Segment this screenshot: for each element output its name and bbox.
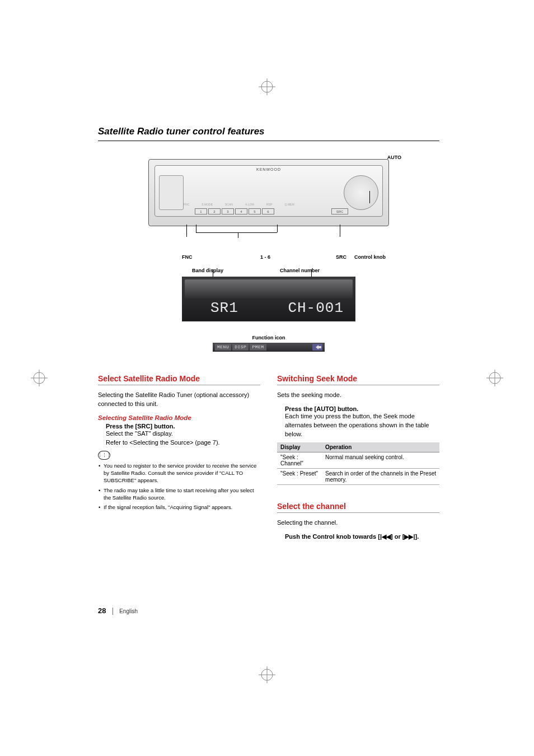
right-column: Switching Seek Mode Sets the seeking mod… — [277, 374, 439, 540]
crop-mark-right — [486, 370, 503, 386]
table-row: "Seek : Preset" Search in order of the c… — [277, 468, 439, 484]
stereo-face: KENWOOD FNC S.MODE SCAN A.LOW RDP Q.MEM … — [148, 159, 389, 226]
function-icon-bar: MENU DISP PMEM — [213, 343, 325, 352]
push-knob-step: Push the Control knob towards [|◀◀] or [… — [285, 533, 439, 540]
page-title: Satellite Radio tuner control features — [98, 126, 439, 141]
switching-seek-heading: Switching Seek Mode — [277, 374, 439, 385]
buttons-1-6-label: 1 - 6 — [260, 254, 270, 260]
control-knob-label: Control knob — [354, 254, 386, 260]
src-face-button: SRC — [331, 208, 348, 214]
src-label: SRC — [336, 254, 346, 260]
table-header-display: Display — [277, 442, 322, 452]
stereo-diagram: AUTO KENWOOD FNC S.MODE SCAN A.LOW RDP Q… — [148, 159, 389, 249]
brand-text: KENWOOD — [256, 167, 281, 171]
seek-mode-table: Display Operation "Seek : Channel" Norma… — [277, 442, 439, 485]
press-src-step: Press the [SRC] button. — [106, 423, 260, 430]
refer-page-7: Refer to <Selecting the Source> (page 7)… — [106, 438, 260, 447]
crop-mark-left — [31, 370, 48, 386]
notes-list: You need to register to the service prov… — [98, 462, 260, 511]
band-display-label: Band display — [192, 268, 223, 273]
display-panel: SR1 CH-001 — [182, 277, 355, 321]
channel-number-label: Channel number — [280, 268, 320, 273]
note-icon: ⋮⋮⋮ — [98, 451, 110, 460]
seek-mode-text: Each time you press the button, the Seek… — [285, 412, 439, 439]
note-item: If the signal reception fails, "Acquirin… — [98, 503, 260, 511]
display-band-value: SR1 — [210, 300, 238, 316]
function-icon-label: Function icon — [98, 335, 439, 340]
selecting-sat-mode-sub: Selecting Satellite Radio Mode — [98, 414, 260, 421]
note-item: You need to register to the service prov… — [98, 462, 260, 484]
display-channel-value: CH-001 — [288, 300, 344, 316]
func-icon-return — [312, 344, 322, 351]
footer-language: English — [119, 608, 138, 614]
page-footer: 28 English — [98, 606, 138, 615]
select-sat-mode-heading: Select Satellite Radio Mode — [98, 374, 260, 385]
crop-mark-top — [259, 78, 275, 95]
func-icon-menu: MENU — [215, 344, 231, 351]
next-track-icon: ▶▶| — [404, 533, 415, 540]
crop-mark-bottom — [259, 666, 275, 683]
control-knob-graphic — [344, 175, 378, 210]
func-icon-disp: DISP — [232, 344, 249, 351]
preset-buttons: 1 2 3 4 5 6 — [195, 208, 274, 214]
select-sat-mode-intro: Selecting the Satellite Radio Tuner (opt… — [98, 391, 260, 409]
select-channel-heading: Select the channel — [277, 502, 439, 513]
table-header-operation: Operation — [322, 442, 439, 452]
func-icon-pmem: PMEM — [250, 344, 266, 351]
press-auto-step: Press the [AUTO] button. — [285, 405, 439, 412]
diagram-area: AUTO KENWOOD FNC S.MODE SCAN A.LOW RDP Q… — [98, 159, 439, 352]
display-callout-labels: Band display Channel number — [182, 268, 355, 274]
left-column: Select Satellite Radio Mode Selecting th… — [98, 374, 260, 540]
prev-track-icon: |◀◀ — [380, 533, 391, 540]
note-item: The radio may take a little time to star… — [98, 487, 260, 502]
fnc-label: FNC — [182, 254, 193, 260]
page-number: 28 — [98, 606, 106, 615]
switching-seek-intro: Sets the seeking mode. — [277, 391, 439, 400]
table-row: "Seek : Channel" Normal manual seeking c… — [277, 452, 439, 468]
auto-label: AUTO — [387, 155, 401, 160]
select-sat-display: Select the "SAT" display. — [106, 430, 260, 438]
select-channel-intro: Selecting the channel. — [277, 519, 439, 528]
